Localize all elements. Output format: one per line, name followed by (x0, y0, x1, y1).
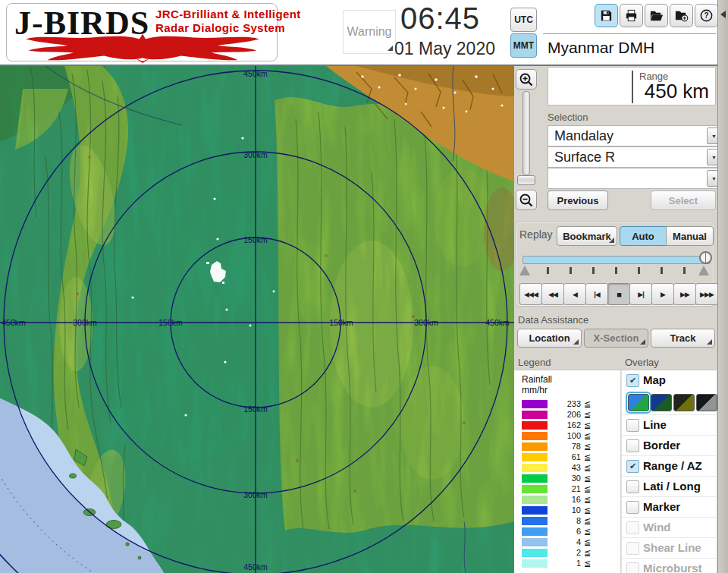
slider-tick (638, 267, 640, 274)
play-reverse-button[interactable]: ◀ (563, 283, 586, 305)
checkbox-marker[interactable] (626, 501, 639, 514)
help-icon: ? (699, 8, 714, 23)
map-style-3[interactable] (673, 394, 695, 411)
terrain-image: 450km 300km 150km 150km 300km 450km 450k… (0, 66, 514, 573)
overlay-item-lati-long[interactable]: Lati / Long (622, 476, 717, 497)
ring-label: 150km (243, 405, 268, 414)
slider-tick (592, 267, 595, 274)
checkbox-wind (626, 521, 639, 534)
zoom-in-button[interactable] (516, 69, 537, 90)
slider-start-marker[interactable] (519, 266, 530, 275)
rewind-fast-button[interactable]: ◀◀ (541, 283, 564, 305)
divider (543, 33, 716, 34)
legend-row: 206≦ (514, 410, 620, 420)
previous-button[interactable]: Previous (548, 190, 608, 210)
x-section-button[interactable]: X-Section (584, 329, 648, 348)
step-forward-button[interactable]: ▶| (629, 283, 652, 305)
print-button[interactable] (620, 4, 643, 27)
stop-button[interactable]: ■ (607, 283, 630, 305)
svg-text:?: ? (704, 11, 708, 20)
overlay-item-marker[interactable]: Marker (622, 496, 717, 518)
checkbox-line[interactable] (626, 419, 639, 432)
radar-map[interactable]: 450km 300km 150km 150km 300km 450km 450k… (0, 66, 514, 573)
map-style-4[interactable] (696, 394, 717, 411)
forward-fastest-button[interactable]: ▶▶▶ (695, 283, 718, 305)
site-dropdown[interactable]: Mandalay ▼ (548, 125, 723, 146)
ring-label: 150km (243, 235, 268, 244)
manual-mode-button[interactable]: Manual (666, 226, 714, 246)
zoom-slider-handle[interactable] (517, 175, 535, 185)
export-button[interactable] (670, 4, 693, 27)
panel-collapse-strip[interactable] (717, 0, 728, 573)
jbirds-window: J-BIRDS JRC-Brilliant & Intelligent Rada… (0, 0, 728, 573)
product-dropdown[interactable]: Surface R ▼ (548, 146, 723, 168)
logo: J-BIRDS JRC-Brilliant & Intelligent Rada… (6, 3, 278, 61)
warning-button[interactable]: Warning (343, 10, 396, 54)
zoom-out-button[interactable] (516, 190, 537, 210)
overlay-panel: ✔ Map Line Border ✔ Range / AZ (621, 370, 717, 573)
logo-subtitle-1: JRC-Brilliant & Intelligent (155, 8, 301, 20)
ring-label: 150km (329, 318, 353, 327)
slider-tick (615, 267, 617, 274)
open-folder-icon (649, 8, 664, 23)
replay-slider-track[interactable] (522, 256, 711, 264)
bookmark-button[interactable]: Bookmark (557, 226, 617, 246)
step-back-button[interactable]: |◀ (585, 283, 608, 305)
forward-fast-button[interactable]: ▶▶ (673, 283, 696, 305)
eagle-icon (17, 30, 268, 63)
legend-row: 61≦ (514, 452, 620, 463)
map-style-2[interactable] (651, 394, 672, 411)
selection-label: Selection (548, 112, 588, 123)
select-button[interactable]: Select (651, 190, 716, 210)
overlay-item-line[interactable]: Line (622, 414, 717, 436)
ring-label: 450km (2, 318, 26, 327)
location-button[interactable]: Location (517, 329, 582, 348)
legend-row: 233≦ (514, 399, 620, 410)
ring-label: 450km (243, 69, 268, 78)
ring-label: 150km (158, 318, 183, 327)
replay-slider-handle[interactable] (699, 251, 712, 264)
legend-row: 100≦ (514, 431, 620, 442)
auto-mode-button[interactable]: Auto (620, 226, 667, 246)
save-button[interactable] (595, 4, 618, 27)
legend-row: 30≦ (514, 474, 620, 484)
slider-tick (570, 267, 572, 274)
data-assistance-label: Data Assistance (518, 314, 588, 326)
ring-label: 300km (73, 318, 97, 327)
map-style-1[interactable] (628, 394, 649, 411)
zoom-slider-track[interactable] (522, 91, 530, 175)
overlay-item-border[interactable]: Border (622, 435, 717, 456)
checkbox-border[interactable] (626, 439, 639, 452)
open-button[interactable] (645, 4, 668, 27)
checkbox-range-az[interactable]: ✔ (626, 460, 639, 473)
legend-unit: mm/hr (522, 385, 548, 395)
replay-label: Replay (519, 228, 553, 241)
track-button[interactable]: Track (651, 329, 715, 348)
overlay-item-range-az[interactable]: ✔ Range / AZ (622, 455, 717, 477)
slider-tick (683, 267, 686, 274)
replay-group: Replay Bookmark Auto Manual ◀◀◀ ◀◀ ◀ (516, 222, 714, 307)
checkbox-lati-long[interactable] (626, 480, 639, 493)
export-icon (674, 8, 689, 23)
overlay-item-map[interactable]: ✔ Map (622, 370, 717, 391)
ring-label: 450km (243, 562, 268, 571)
utc-button[interactable]: UTC (510, 8, 537, 32)
slider-end-marker[interactable] (698, 266, 709, 275)
zoom-out-icon (519, 193, 534, 208)
ring-label: 300km (414, 318, 438, 327)
checkbox-microburst (626, 562, 639, 573)
play-button[interactable]: ▶ (651, 283, 674, 305)
ring-label: 300km (243, 490, 268, 499)
collapse-arrow-icon (720, 11, 726, 18)
checkbox-shear-line (626, 542, 639, 555)
option-dropdown[interactable]: ▼ (548, 168, 723, 189)
help-button[interactable]: ? (695, 4, 718, 27)
rewind-fastest-button[interactable]: ◀◀◀ (519, 283, 542, 305)
clock-date: 01 May 2020 (394, 39, 516, 59)
legend-header: Legend (518, 357, 551, 368)
legend-row: 162≦ (514, 420, 620, 431)
legend-row: 2≦ (514, 548, 620, 559)
mmt-button[interactable]: MMT (510, 33, 537, 58)
checkbox-map[interactable]: ✔ (626, 374, 639, 387)
legend-panel: Rainfall mm/hr 233≦ 206≦ 162≦ 100≦ 78≦ 6… (514, 370, 620, 573)
